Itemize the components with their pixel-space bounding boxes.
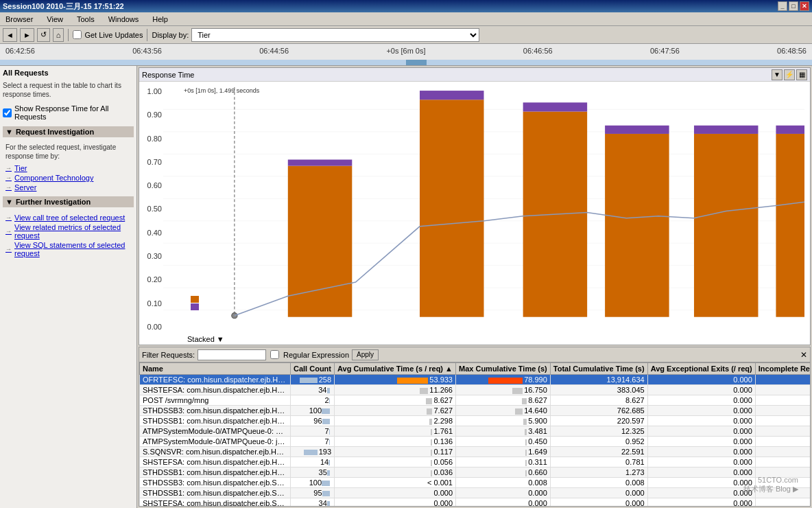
- bar-4: [605, 134, 669, 317]
- cell-total-cumulative: 0.000: [550, 488, 647, 498]
- panel-title: All Requests: [3, 69, 134, 77]
- timeline-track[interactable]: [0, 60, 812, 65]
- cell-call-count: 96: [291, 416, 335, 426]
- table-row[interactable]: SHSTEFSA: com.hisun.dispatcher.ejb.HRout…: [140, 457, 811, 467]
- main-content: All Requests Select a request in the tab…: [0, 66, 812, 508]
- cell-max-cumulative: 0.000: [456, 498, 551, 507]
- cell-avg-exceptional: 0.000: [647, 395, 755, 406]
- menu-windows[interactable]: Windows: [106, 14, 142, 25]
- watermark-line1: 51CTO.com: [743, 476, 798, 484]
- show-response-time-checkbox[interactable]: [3, 108, 12, 117]
- col-avg-exceptional[interactable]: Avg Exceptional Exits (/ req): [647, 363, 755, 375]
- bar-3-top: [523, 102, 588, 111]
- cell-incomplete: 0.0: [755, 385, 810, 395]
- table-row[interactable]: ATMPSystemModule-0/ATMPQueue-0: javax.jm…: [140, 437, 811, 447]
- col-call-count[interactable]: Call Count: [291, 363, 335, 375]
- cell-incomplete: 0.0: [755, 416, 810, 426]
- table-row[interactable]: ATMPSystemModule-0/ATMPQueue-0: weblogic…: [140, 426, 811, 437]
- y-label-090: 0.90: [147, 111, 162, 119]
- chart-dropdown-button[interactable]: ▼: [772, 69, 783, 80]
- menu-view[interactable]: View: [44, 14, 66, 25]
- col-incomplete[interactable]: Incomplete Requests (%): [755, 363, 810, 375]
- maximize-button[interactable]: □: [789, 1, 798, 11]
- chart-icon-button-2[interactable]: ▦: [796, 69, 807, 80]
- further-investigation-header[interactable]: ▼ Further Investigation: [3, 196, 134, 207]
- col-max-cumulative[interactable]: Max Cumulative Time (s): [456, 363, 551, 375]
- data-table: Name Call Count Avg Cumulative Time (s /…: [139, 362, 810, 506]
- server-link[interactable]: → Server: [5, 183, 131, 192]
- chart-icon-button-1[interactable]: ⚡: [784, 69, 795, 80]
- table-row[interactable]: S.SQNSVR: com.hisun.dispatcher.ejb.HRout…: [140, 447, 811, 457]
- cell-avg-exceptional: 0.000: [647, 437, 755, 447]
- close-filter-button[interactable]: ✕: [800, 350, 807, 360]
- watermark-line2: 技术博客 Blog ▶: [743, 484, 798, 494]
- menu-help[interactable]: Help: [150, 14, 171, 25]
- menu-tools[interactable]: Tools: [74, 14, 97, 25]
- y-label-070: 0.70: [147, 158, 162, 166]
- menu-bar: Browser View Tools Windows Help: [0, 12, 812, 26]
- close-window-button[interactable]: ✕: [800, 1, 809, 11]
- filter-apply-button[interactable]: Apply: [352, 349, 379, 360]
- table-row[interactable]: OFRTEFSC: com.hisun.dispatcher.ejb.HRout…: [140, 375, 811, 385]
- bar-6: [776, 134, 804, 317]
- cell-incomplete: 0.0: [755, 426, 810, 437]
- view-related-metrics-link[interactable]: → View related metrics of selected reque…: [5, 222, 131, 240]
- further-investigation-content: → View call tree of selected request → V…: [3, 211, 134, 259]
- refresh-button[interactable]: ↺: [37, 28, 50, 42]
- col-total-cumulative[interactable]: Total Cumulative Time (s): [550, 363, 647, 375]
- cell-total-cumulative: 383.045: [550, 385, 647, 395]
- cell-call-count: 258: [291, 375, 335, 385]
- table-row[interactable]: SHSTEFSA: com.hisun.dispatcher.ejb.SHSTF…: [140, 498, 811, 507]
- timeline-label-2: 06:44:56: [259, 47, 289, 55]
- panel-description: Select a request in the table to chart i…: [3, 81, 134, 99]
- view-call-tree-link[interactable]: → View call tree of selected request: [5, 213, 131, 222]
- table-row[interactable]: POST /svrmng/mng28.6278.6278.6270.00050.…: [140, 395, 811, 406]
- col-name[interactable]: Name: [140, 363, 291, 375]
- cell-max-cumulative: 0.660: [456, 467, 551, 478]
- menu-browser[interactable]: Browser: [3, 14, 36, 25]
- cell-name: SHSTEFSA: com.hisun.dispatcher.ejb.HRout…: [140, 457, 291, 467]
- tier-link[interactable]: → Tier: [5, 163, 131, 173]
- table-scroll[interactable]: Name Call Count Avg Cumulative Time (s /…: [139, 362, 810, 506]
- view-sql-statements-link[interactable]: → View SQL statements of selected reques…: [5, 240, 131, 258]
- forward-button[interactable]: ►: [20, 28, 34, 42]
- cell-avg-cumulative: 0.136: [335, 437, 456, 447]
- table-row[interactable]: STHDSSB1: com.hisun.dispatcher.ejb.HRout…: [140, 416, 811, 426]
- regular-expression-checkbox[interactable]: [270, 350, 279, 359]
- bar-1-top: [288, 159, 353, 165]
- component-technology-arrow-icon: →: [5, 174, 12, 181]
- cell-max-cumulative: 5.900: [456, 416, 551, 426]
- table-row[interactable]: STHDSSB1: com.hisun.dispatcher.ejb.HRout…: [140, 467, 811, 478]
- filter-input[interactable]: [198, 349, 266, 360]
- home-button[interactable]: ⌂: [53, 28, 64, 42]
- request-investigation-header[interactable]: ▼ Request Investigation: [3, 126, 134, 137]
- table-row[interactable]: STHDSSB3: com.hisun.dispatcher.ejb.HRout…: [140, 406, 811, 416]
- show-response-time-row: Show Response Time for All Requests: [3, 104, 134, 121]
- chart-area: Response Time ▼ ⚡ ▦ 1.00 0.90 0.80 0.70 …: [139, 67, 811, 345]
- cell-name: SHSTEFSA: com.hisun.dispatcher.ejb.HRout…: [140, 385, 291, 395]
- cell-name: POST /svrmng/mng: [140, 395, 291, 406]
- minimize-button[interactable]: _: [778, 1, 787, 11]
- stacked-dropdown[interactable]: Stacked ▼: [187, 335, 224, 343]
- timeline-label-3: +0s [6m 0s]: [386, 47, 425, 55]
- col-avg-cumulative[interactable]: Avg Cumulative Time (s / req): [335, 363, 456, 375]
- right-panel: Response Time ▼ ⚡ ▦ 1.00 0.90 0.80 0.70 …: [137, 66, 812, 508]
- cell-call-count: 2: [291, 395, 335, 406]
- chart-header: Response Time ▼ ⚡ ▦: [139, 68, 810, 82]
- cell-max-cumulative: 3.481: [456, 426, 551, 437]
- timeline-label-6: 06:48:56: [777, 47, 807, 55]
- cell-avg-cumulative: < 0.001: [335, 478, 456, 488]
- cell-avg-cumulative: 0.056: [335, 457, 456, 467]
- timeline-bar[interactable]: 06:42:56 06:43:56 06:44:56 +0s [6m 0s] 0…: [0, 44, 812, 66]
- table-row[interactable]: STHDSSB3: com.hisun.dispatcher.ejb.STHDS…: [140, 478, 811, 488]
- legend-item-2: [191, 303, 199, 310]
- live-updates-checkbox[interactable]: [73, 30, 82, 39]
- chart-legend: [191, 296, 199, 310]
- display-by-select[interactable]: Tier Component Technology Server: [191, 28, 479, 42]
- cell-call-count: 35: [291, 467, 335, 478]
- table-row[interactable]: SHSTEFSA: com.hisun.dispatcher.ejb.HRout…: [140, 385, 811, 395]
- table-row[interactable]: STHDSSB1: com.hisun.dispatcher.ejb.STHDS…: [140, 488, 811, 498]
- component-technology-link[interactable]: → Component Technology: [5, 173, 131, 183]
- cell-avg-exceptional: 0.000: [647, 426, 755, 437]
- back-button[interactable]: ◄: [3, 28, 17, 42]
